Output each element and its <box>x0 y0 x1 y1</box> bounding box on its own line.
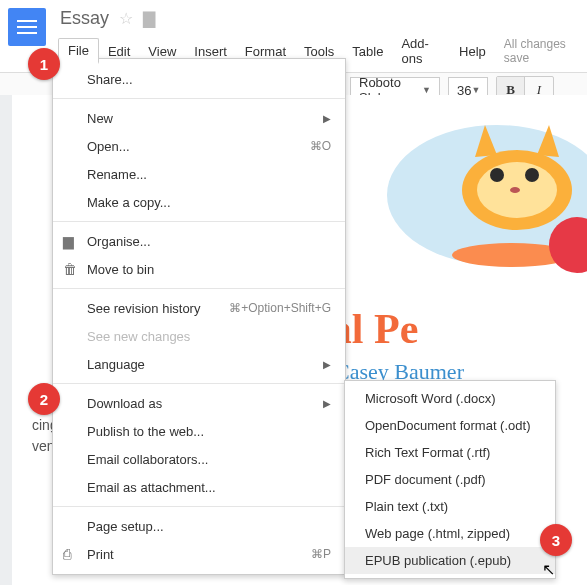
menu-item-email-attach[interactable]: Email as attachment... <box>53 473 345 501</box>
star-icon[interactable]: ☆ <box>119 9 133 28</box>
folder-icon: ▆ <box>63 233 74 249</box>
folder-icon[interactable]: ▇ <box>143 9 155 28</box>
menu-item-open[interactable]: Open...⌘O <box>53 132 345 160</box>
shortcut: ⌘+Option+Shift+G <box>229 301 331 315</box>
cursor-icon: ↖ <box>542 560 555 579</box>
file-menu-panel: Share... New▶ Open...⌘O Rename... Make a… <box>52 58 346 575</box>
chevron-right-icon: ▶ <box>323 113 331 124</box>
shortcut: ⌘P <box>311 547 331 561</box>
menu-item-see-new: See new changes <box>53 322 345 350</box>
save-status: All changes save <box>495 33 587 69</box>
chevron-right-icon: ▶ <box>323 398 331 409</box>
menu-item-new[interactable]: New▶ <box>53 104 345 132</box>
submenu-item-docx[interactable]: Microsoft Word (.docx) <box>345 385 555 412</box>
menu-separator <box>53 383 345 384</box>
chevron-right-icon: ▶ <box>323 359 331 370</box>
svg-rect-1 <box>17 26 37 28</box>
menu-item-organise[interactable]: ▆Organise... <box>53 227 345 255</box>
annotation-badge-2: 2 <box>28 383 60 415</box>
menu-addons[interactable]: Add-ons <box>392 32 450 70</box>
menu-item-download-as[interactable]: Download as▶ <box>53 389 345 417</box>
submenu-item-odt[interactable]: OpenDocument format (.odt) <box>345 412 555 439</box>
menu-separator <box>53 506 345 507</box>
document-title[interactable]: Essay <box>60 8 109 29</box>
menu-item-language[interactable]: Language▶ <box>53 350 345 378</box>
submenu-item-epub[interactable]: EPUB publication (.epub) <box>345 547 555 574</box>
menu-item-share[interactable]: Share... <box>53 65 345 93</box>
menu-help[interactable]: Help <box>450 40 495 63</box>
menu-item-publish[interactable]: Publish to the web... <box>53 417 345 445</box>
menu-item-rename[interactable]: Rename... <box>53 160 345 188</box>
menu-item-page-setup[interactable]: Page setup... <box>53 512 345 540</box>
menu-separator <box>53 98 345 99</box>
annotation-badge-1: 1 <box>28 48 60 80</box>
svg-point-10 <box>490 168 504 182</box>
trash-icon: 🗑 <box>63 261 77 277</box>
svg-rect-2 <box>17 32 37 34</box>
menu-separator <box>53 288 345 289</box>
svg-point-11 <box>525 168 539 182</box>
menu-item-print[interactable]: ⎙Print⌘P <box>53 540 345 568</box>
chevron-down-icon: ▼ <box>471 85 480 95</box>
illustration-cat <box>367 95 587 275</box>
menu-separator <box>53 221 345 222</box>
submenu-item-html[interactable]: Web page (.html, zipped) <box>345 520 555 547</box>
submenu-item-txt[interactable]: Plain text (.txt) <box>345 493 555 520</box>
download-as-submenu: Microsoft Word (.docx) OpenDocument form… <box>344 380 556 579</box>
menu-item-move-to-bin[interactable]: 🗑Move to bin <box>53 255 345 283</box>
submenu-item-pdf[interactable]: PDF document (.pdf) <box>345 466 555 493</box>
submenu-item-rtf[interactable]: Rich Text Format (.rtf) <box>345 439 555 466</box>
menu-item-revision[interactable]: See revision history⌘+Option+Shift+G <box>53 294 345 322</box>
menu-table[interactable]: Table <box>343 40 392 63</box>
menu-item-make-copy[interactable]: Make a copy... <box>53 188 345 216</box>
menu-item-email-collab[interactable]: Email collaborators... <box>53 445 345 473</box>
svg-rect-0 <box>17 20 37 22</box>
menu-file[interactable]: File <box>58 38 99 64</box>
shortcut: ⌘O <box>310 139 331 153</box>
docs-logo[interactable] <box>8 8 46 46</box>
annotation-badge-3: 3 <box>540 524 572 556</box>
svg-point-12 <box>510 187 520 193</box>
print-icon: ⎙ <box>63 546 71 562</box>
chevron-down-icon: ▼ <box>422 85 431 95</box>
